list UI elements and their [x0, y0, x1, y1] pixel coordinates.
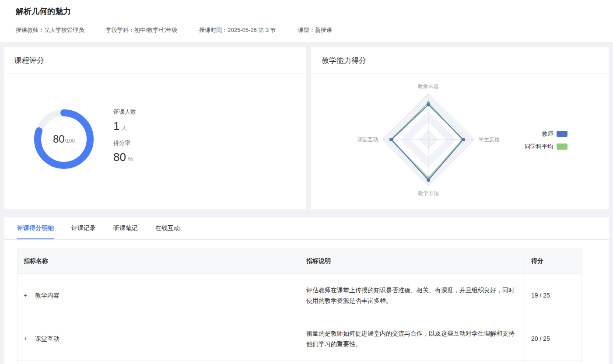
table-row: +教学方法关注教师所采用的教学策略和技术手段的有效性，以及它们是否能够适应不同的…: [18, 360, 582, 364]
meta-label: 课型：: [298, 27, 315, 33]
stat-label: 评课人数: [113, 108, 136, 116]
indicator-name-cell: +教学内容: [18, 274, 300, 317]
score-stats: 评课人数1人得分率80%: [113, 108, 136, 170]
radar-series-point: [427, 103, 430, 106]
indicator-name: 教学内容: [35, 292, 60, 299]
tab[interactable]: 听课笔记: [113, 217, 138, 239]
score-value: 80: [53, 133, 65, 145]
table-header-cell: 得分: [525, 249, 582, 274]
radar-series-point: [427, 178, 430, 182]
expand-plus-icon[interactable]: +: [24, 290, 30, 301]
indicator-desc-cell: 评估教师在课堂上传授的知识是否准确、相关、有深度，并且组织良好，同时使用的教学资…: [300, 274, 525, 317]
stat-label: 得分率: [113, 139, 136, 147]
score-table: 指标名称指标说明得分 +教学内容评估教师在课堂上传授的知识是否准确、相关、有深度…: [17, 248, 582, 364]
tab[interactable]: 评课记录: [71, 217, 96, 239]
details-card: 评课得分明细评课记录听课笔记在线互动 指标名称指标说明得分 +教学内容评估教师在…: [4, 217, 609, 364]
legend-swatch: [557, 131, 567, 137]
indicator-score-cell: 20 / 25: [525, 317, 582, 360]
indicator-score-cell: 22 / 25: [525, 360, 582, 364]
radar-legend: 教师同学科平均: [525, 130, 567, 150]
course-meta-item: 授课时间：2025-05-26 第 3 节: [199, 26, 276, 34]
course-meta-item: 授课教师：光大学校管理员: [16, 26, 84, 34]
meta-value: 初中/数学/七年级: [134, 27, 177, 33]
radar-axis-label: 课堂互动: [357, 136, 378, 143]
score-donut-chart: 80/100: [31, 106, 97, 172]
score-card-title: 课程评分: [4, 47, 306, 74]
tab[interactable]: 在线互动: [155, 217, 180, 239]
stat-unit: 人: [121, 125, 127, 131]
header: 解析几何的魅力 授课教师：光大学校管理员学段学科：初中/数学/七年级授课时间：2…: [0, 0, 613, 42]
stat-value: 1人: [113, 119, 136, 133]
table-header-cell: 指标说明: [300, 249, 525, 274]
indicator-desc-cell: 衡量的是教师如何促进课堂内的交流与合作，以及这些互动对学生理解和支持他们学习的重…: [300, 317, 525, 360]
score-card-body: 80/100 评课人数1人得分率80%: [4, 74, 306, 204]
stat-block: 评课人数1人: [113, 108, 136, 133]
tab-bar: 评课得分明细评课记录听课笔记在线互动: [4, 217, 609, 240]
radar-series-point: [462, 138, 465, 141]
score-max: /100: [65, 138, 75, 144]
radar-series-point: [390, 138, 393, 141]
table-row: +教学内容评估教师在课堂上传授的知识是否准确、相关、有深度，并且组织良好，同时使…: [18, 274, 582, 317]
course-score-card: 课程评分 80/100 评课人数1人得分率80%: [4, 46, 306, 209]
page: 解析几何的魅力 授课教师：光大学校管理员学段学科：初中/数学/七年级授课时间：2…: [0, 0, 613, 364]
table-header-cell: 指标名称: [18, 249, 300, 274]
meta-label: 学段学科：: [106, 27, 134, 33]
meta-label: 授课教师：: [16, 27, 44, 33]
page-title: 解析几何的魅力: [16, 6, 597, 17]
meta-value: 光大学校管理员: [44, 27, 84, 33]
course-meta-item: 课型：新授课: [298, 26, 332, 34]
score-table-wrap: 指标名称指标说明得分 +教学内容评估教师在课堂上传授的知识是否准确、相关、有深度…: [4, 240, 609, 364]
table-header-row: 指标名称指标说明得分: [18, 249, 582, 274]
teaching-ability-card: 教学能力得分 教学内容学生反馈教学方法课堂互动 教师同学科平均: [311, 46, 609, 209]
tab[interactable]: 评课得分明细: [17, 217, 54, 239]
radar-axis-label: 教学内容: [418, 84, 439, 90]
course-meta-item: 学段学科：初中/数学/七年级: [106, 26, 177, 34]
indicator-name-cell: +课堂互动: [18, 317, 300, 360]
legend-label: 教师: [542, 130, 553, 138]
indicator-name: 课堂互动: [35, 335, 60, 342]
indicator-name-cell: +教学方法: [18, 360, 300, 364]
stat-unit: %: [128, 156, 133, 162]
radar-card-title: 教学能力得分: [311, 47, 609, 74]
donut-center-label: 80/100: [31, 106, 97, 172]
meta-value: 新授课: [315, 27, 332, 33]
cards-row: 课程评分 80/100 评课人数1人得分率80% 教学能力得分 教学内容学生反馈…: [0, 42, 613, 209]
meta-value: 2025-05-26 第 3 节: [228, 27, 276, 33]
legend-item[interactable]: 同学科平均: [525, 143, 567, 150]
stat-block: 得分率80%: [113, 139, 136, 164]
course-meta: 授课教师：光大学校管理员学段学科：初中/数学/七年级授课时间：2025-05-2…: [16, 26, 597, 34]
legend-item[interactable]: 教师: [542, 130, 567, 138]
indicator-desc-cell: 关注教师所采用的教学策略和技术手段的有效性，以及它们是否能够适应不同的学习风格和…: [300, 360, 525, 364]
expand-plus-icon[interactable]: +: [24, 333, 30, 344]
radar-axis-label: 学生反馈: [479, 136, 500, 143]
table-row: +课堂互动衡量的是教师如何促进课堂内的交流与合作，以及这些互动对学生理解和支持他…: [18, 317, 582, 360]
radar-card-body: 教学内容学生反馈教学方法课堂互动 教师同学科平均: [311, 74, 609, 204]
legend-label: 同学科平均: [525, 143, 553, 150]
meta-label: 授课时间：: [199, 27, 228, 33]
indicator-score-cell: 19 / 25: [525, 274, 582, 317]
legend-swatch: [557, 144, 567, 150]
stat-value: 80%: [113, 150, 136, 164]
radar-chart-svg: 教学内容学生反馈教学方法课堂互动: [311, 74, 556, 204]
radar-axis-label: 教学方法: [418, 190, 439, 196]
